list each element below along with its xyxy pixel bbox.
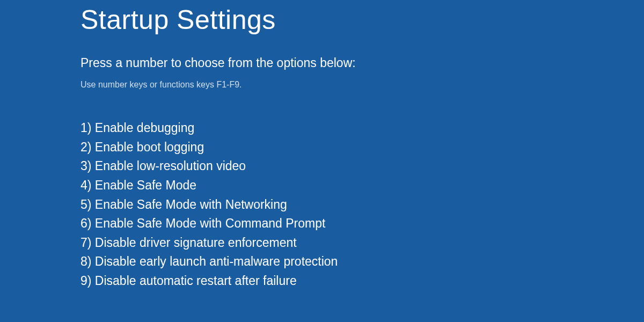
option-enable-low-resolution-video[interactable]: 3) Enable low-resolution video	[80, 157, 644, 176]
option-enable-safe-mode-command-prompt[interactable]: 6) Enable Safe Mode with Command Prompt	[80, 214, 644, 233]
option-disable-automatic-restart[interactable]: 9) Disable automatic restart after failu…	[80, 272, 644, 291]
options-list: 1) Enable debugging 2) Enable boot loggi…	[80, 119, 644, 291]
option-enable-boot-logging[interactable]: 2) Enable boot logging	[80, 138, 644, 157]
option-enable-debugging[interactable]: 1) Enable debugging	[80, 119, 644, 138]
option-enable-safe-mode-networking[interactable]: 5) Enable Safe Mode with Networking	[80, 195, 644, 215]
hint-text: Use number keys or functions keys F1-F9.	[80, 80, 644, 90]
option-enable-safe-mode[interactable]: 4) Enable Safe Mode	[80, 176, 644, 195]
option-disable-driver-signature-enforcement[interactable]: 7) Disable driver signature enforcement	[80, 233, 644, 253]
startup-settings-screen: Startup Settings Press a number to choos…	[0, 0, 644, 291]
page-title: Startup Settings	[80, 4, 644, 35]
option-disable-early-launch-anti-malware[interactable]: 8) Disable early launch anti-malware pro…	[80, 252, 644, 272]
instruction-text: Press a number to choose from the option…	[80, 56, 644, 70]
